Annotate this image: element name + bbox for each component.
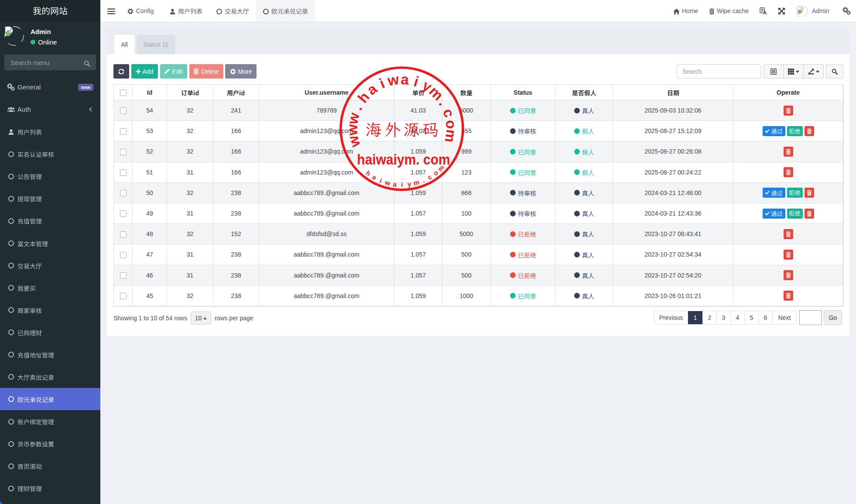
- svg-text:w: w: [344, 111, 363, 126]
- svg-text:o: o: [443, 119, 460, 129]
- svg-text:i: i: [377, 75, 387, 92]
- svg-text:i: i: [401, 181, 403, 188]
- svg-text:w: w: [344, 124, 361, 136]
- svg-text:y: y: [407, 180, 412, 188]
- svg-text:m: m: [442, 129, 460, 144]
- svg-text:w: w: [384, 178, 391, 187]
- svg-text:m: m: [413, 178, 420, 187]
- svg-text:a: a: [393, 180, 397, 188]
- svg-text:i: i: [412, 73, 421, 89]
- svg-text:a: a: [401, 71, 410, 88]
- svg-text:c: c: [440, 106, 458, 119]
- svg-text:h: h: [364, 169, 372, 177]
- svg-text:i: i: [379, 177, 383, 184]
- svg-text:a: a: [371, 173, 378, 182]
- svg-text:.: .: [349, 102, 365, 113]
- svg-text:w: w: [345, 134, 363, 150]
- svg-text:w: w: [386, 71, 400, 89]
- svg-text:.: .: [421, 176, 425, 184]
- svg-text:c: c: [426, 173, 433, 181]
- svg-text:haiwaiym. com: haiwaiym. com: [357, 151, 450, 168]
